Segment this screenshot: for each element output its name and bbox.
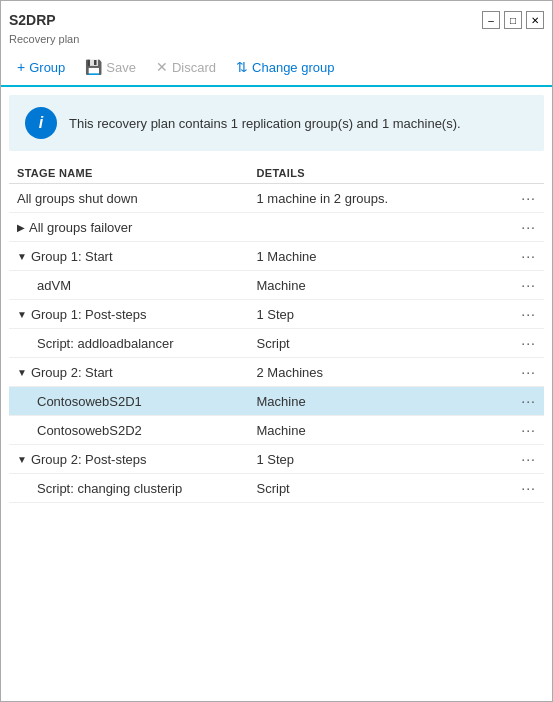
row-name-script-changing-clusterip: Script: changing clusterip bbox=[17, 481, 257, 496]
app-title: S2DRP bbox=[9, 12, 56, 28]
table-row[interactable]: All groups shut down1 machine in 2 group… bbox=[9, 184, 544, 213]
more-options-button[interactable]: ··· bbox=[496, 393, 536, 409]
window-subtitle: Recovery plan bbox=[1, 33, 552, 49]
info-icon: i bbox=[25, 107, 57, 139]
collapse-icon[interactable]: ▼ bbox=[17, 309, 27, 320]
title-bar-controls: – □ ✕ bbox=[482, 11, 544, 29]
group-label: Group bbox=[29, 60, 65, 75]
row-details-script-addloadbalancer: Script bbox=[257, 336, 497, 351]
row-name-group1-poststeps: ▼Group 1: Post-steps bbox=[17, 307, 257, 322]
row-name-group2-start: ▼Group 2: Start bbox=[17, 365, 257, 380]
row-name-all-groups-shut-down: All groups shut down bbox=[17, 191, 257, 206]
more-options-button[interactable]: ··· bbox=[496, 335, 536, 351]
row-name-script-addloadbalancer: Script: addloadbalancer bbox=[17, 336, 257, 351]
table-row[interactable]: ▶All groups failover··· bbox=[9, 213, 544, 242]
table-container: STAGE NAME DETAILS All groups shut down1… bbox=[1, 159, 552, 702]
row-details-group2-poststeps: 1 Step bbox=[257, 452, 497, 467]
row-details-group2-start: 2 Machines bbox=[257, 365, 497, 380]
change-group-button[interactable]: ⇅ Change group bbox=[228, 55, 342, 79]
table-row[interactable]: ContosowebS2D2Machine··· bbox=[9, 416, 544, 445]
maximize-button[interactable]: □ bbox=[504, 11, 522, 29]
row-details-advm: Machine bbox=[257, 278, 497, 293]
more-options-button[interactable]: ··· bbox=[496, 219, 536, 235]
title-bar: S2DRP – □ ✕ bbox=[1, 1, 552, 33]
plus-icon: + bbox=[17, 59, 25, 75]
table-row[interactable]: ▼Group 2: Post-steps1 Step··· bbox=[9, 445, 544, 474]
info-text: This recovery plan contains 1 replicatio… bbox=[69, 116, 461, 131]
row-details-all-groups-shut-down: 1 machine in 2 groups. bbox=[257, 191, 497, 206]
row-details-contoso-s2d1: Machine bbox=[257, 394, 497, 409]
more-options-button[interactable]: ··· bbox=[496, 364, 536, 380]
save-label: Save bbox=[106, 60, 136, 75]
row-name-advm: adVM bbox=[17, 278, 257, 293]
more-options-button[interactable]: ··· bbox=[496, 190, 536, 206]
table-row[interactable]: ▼Group 1: Post-steps1 Step··· bbox=[9, 300, 544, 329]
collapse-icon[interactable]: ▼ bbox=[17, 251, 27, 262]
discard-button[interactable]: ✕ Discard bbox=[148, 55, 224, 79]
col-stage-name: STAGE NAME bbox=[17, 167, 257, 179]
table-row[interactable]: ContosowebS2D1Machine··· bbox=[9, 387, 544, 416]
table-row[interactable]: ▼Group 2: Start2 Machines··· bbox=[9, 358, 544, 387]
expand-icon[interactable]: ▶ bbox=[17, 222, 25, 233]
toolbar: + Group 💾 Save ✕ Discard ⇅ Change group bbox=[1, 49, 552, 87]
row-name-contoso-s2d1: ContosowebS2D1 bbox=[17, 394, 257, 409]
table-row[interactable]: adVMMachine··· bbox=[9, 271, 544, 300]
row-details-group1-poststeps: 1 Step bbox=[257, 307, 497, 322]
row-name-group2-poststeps: ▼Group 2: Post-steps bbox=[17, 452, 257, 467]
more-options-button[interactable]: ··· bbox=[496, 277, 536, 293]
row-name-all-groups-failover: ▶All groups failover bbox=[17, 220, 257, 235]
info-banner: i This recovery plan contains 1 replicat… bbox=[9, 95, 544, 151]
save-button[interactable]: 💾 Save bbox=[77, 55, 144, 79]
collapse-icon[interactable]: ▼ bbox=[17, 454, 27, 465]
title-bar-left: S2DRP bbox=[9, 12, 56, 28]
col-details: DETAILS bbox=[257, 167, 497, 179]
table-rows: All groups shut down1 machine in 2 group… bbox=[9, 184, 544, 503]
table-row[interactable]: Script: addloadbalancerScript··· bbox=[9, 329, 544, 358]
change-group-icon: ⇅ bbox=[236, 59, 248, 75]
discard-icon: ✕ bbox=[156, 59, 168, 75]
save-icon: 💾 bbox=[85, 59, 102, 75]
row-name-group1-start: ▼Group 1: Start bbox=[17, 249, 257, 264]
table-row[interactable]: Script: changing clusteripScript··· bbox=[9, 474, 544, 503]
row-details-contoso-s2d2: Machine bbox=[257, 423, 497, 438]
discard-label: Discard bbox=[172, 60, 216, 75]
row-details-script-changing-clusterip: Script bbox=[257, 481, 497, 496]
add-group-button[interactable]: + Group bbox=[9, 55, 73, 79]
close-button[interactable]: ✕ bbox=[526, 11, 544, 29]
table-row[interactable]: ▼Group 1: Start1 Machine··· bbox=[9, 242, 544, 271]
more-options-button[interactable]: ··· bbox=[496, 248, 536, 264]
table-header: STAGE NAME DETAILS bbox=[9, 159, 544, 184]
change-group-label: Change group bbox=[252, 60, 334, 75]
minimize-button[interactable]: – bbox=[482, 11, 500, 29]
more-options-button[interactable]: ··· bbox=[496, 451, 536, 467]
collapse-icon[interactable]: ▼ bbox=[17, 367, 27, 378]
row-name-contoso-s2d2: ContosowebS2D2 bbox=[17, 423, 257, 438]
more-options-button[interactable]: ··· bbox=[496, 480, 536, 496]
more-options-button[interactable]: ··· bbox=[496, 422, 536, 438]
row-details-group1-start: 1 Machine bbox=[257, 249, 497, 264]
more-options-button[interactable]: ··· bbox=[496, 306, 536, 322]
